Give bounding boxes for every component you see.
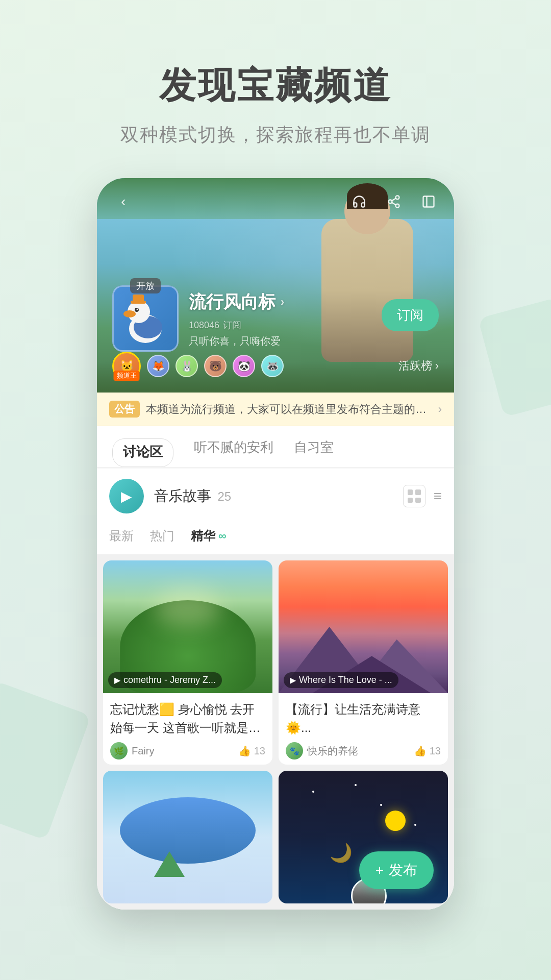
back-button[interactable]: ‹ — [112, 190, 135, 213]
tabs-bar: 讨论区 听不腻的安利 自习室 — [97, 426, 454, 468]
post-title-2: 【流行】让生活充满诗意🌞... — [286, 700, 441, 737]
channel-name-arrow: › — [281, 296, 284, 309]
post-author-2: 🐾 快乐的养佬 — [286, 742, 358, 760]
post-image-3 — [103, 771, 272, 903]
music-title: 音乐故事 — [154, 488, 211, 504]
grid-view-icon[interactable] — [403, 485, 425, 507]
announcement-bar[interactable]: 公告 本频道为流行频道，大家可以在频道里发布符合主题的内容... › — [97, 393, 454, 426]
announcement-text: 本频道为流行频道，大家可以在频道里发布符合主题的内容... — [146, 402, 432, 417]
star-3 — [414, 824, 416, 826]
grid-dot-2 — [415, 489, 421, 495]
star-2 — [380, 804, 382, 806]
active-members: 🐱 频道王 🦊 🐰 🐻 🐼 🦝 活跃榜 › — [97, 352, 454, 380]
post-title-1: 忘记忧愁🟨 身心愉悦 去开始每一天 这首歌一听就是很... — [110, 700, 265, 737]
announcement-arrow: › — [438, 403, 442, 416]
post-likes-2: 👍 13 — [414, 745, 441, 757]
filter-icon[interactable]: ≡ — [434, 488, 442, 504]
channel-info: 开放 — [112, 285, 284, 352]
bg-decoration-left — [0, 681, 91, 841]
post-author-1: 🌿 Fairy — [110, 742, 154, 760]
sub-title: 双种模式切换，探索旅程再也不单调 — [120, 122, 431, 148]
grid-dot-4 — [415, 498, 421, 503]
publish-button[interactable]: + 发布 — [359, 851, 434, 889]
channel-avatar-wrap: 开放 — [112, 285, 179, 352]
channel-name: 流行风向标 › — [189, 290, 284, 314]
anime-character — [321, 219, 413, 362]
like-icon-2: 👍 — [414, 745, 427, 757]
svg-point-2 — [396, 204, 399, 208]
announcement-tag: 公告 — [109, 401, 140, 418]
filter-hot[interactable]: 热门 — [150, 528, 174, 544]
svg-point-0 — [396, 195, 399, 199]
member-avatar-1: 🦊 — [147, 355, 169, 377]
svg-line-4 — [392, 199, 396, 201]
creator-badge: 频道王 — [114, 371, 140, 381]
char-body — [321, 219, 413, 362]
member-avatar-5: 🦝 — [261, 355, 284, 377]
post-image-2: ▶ Where Is The Love - ... — [279, 560, 448, 693]
music-count: 25 — [217, 489, 231, 503]
member-avatar-4: 🐼 — [233, 355, 255, 377]
content-area: 讨论区 听不腻的安利 自习室 ▶ 音乐故事 25 ≡ — [97, 426, 454, 910]
grid-dot-3 — [408, 498, 413, 503]
infinity-symbol: ∞ — [218, 529, 227, 543]
headphone-icon[interactable] — [349, 191, 369, 212]
svg-rect-14 — [133, 295, 144, 303]
post-card-1[interactable]: ▶ comethru - Jeremy Z... 忘记忧愁🟨 身心愉悦 去开始每… — [103, 560, 272, 765]
main-title: 发现宝藏频道 — [120, 61, 431, 110]
forest-light — [154, 587, 222, 627]
post-footer-1: 🌿 Fairy 👍 13 — [110, 742, 265, 760]
post-meta-2: 【流行】让生活充满诗意🌞... 🐾 快乐的养佬 👍 13 — [279, 693, 448, 765]
author-avatar-1: 🌿 — [110, 742, 128, 760]
author-name-2: 快乐的养佬 — [307, 744, 358, 758]
post-card-2[interactable]: ▶ Where Is The Love - ... 【流行】让生活充满诗意🌞..… — [279, 560, 448, 765]
author-avatar-2: 🐾 — [286, 742, 303, 760]
music-right: ≡ — [403, 485, 442, 507]
svg-point-10 — [123, 310, 136, 317]
music-tag-2: ▶ Where Is The Love - ... — [284, 672, 398, 688]
post-meta-1: 忘记忧愁🟨 身心愉悦 去开始每一天 这首歌一听就是很... 🌿 Fairy 👍 … — [103, 693, 272, 765]
sky-bg — [103, 771, 272, 903]
phone-mockup: ‹ — [97, 178, 454, 910]
filter-latest[interactable]: 最新 — [109, 528, 134, 544]
post-likes-1: 👍 13 — [238, 745, 265, 757]
svg-point-1 — [389, 200, 392, 204]
menu-icon[interactable] — [418, 191, 439, 212]
nav-icons — [349, 191, 439, 212]
svg-rect-5 — [423, 197, 434, 207]
publish-plus: + — [375, 862, 384, 878]
music-section: ▶ 音乐故事 25 ≡ — [97, 469, 454, 524]
filter-best[interactable]: 精华 ∞ — [191, 528, 227, 544]
channel-avatar — [112, 285, 179, 352]
like-icon-1: 👍 — [238, 745, 251, 757]
music-tag-1: ▶ comethru - Jeremy Z... — [108, 672, 222, 688]
play-circle[interactable]: ▶ — [109, 479, 144, 513]
post-card-3[interactable] — [103, 771, 272, 903]
svg-line-3 — [392, 203, 396, 205]
moon-shape — [385, 811, 406, 831]
member-avatar-3: 🐻 — [204, 355, 227, 377]
active-label: 活跃榜 › — [398, 358, 439, 374]
member-avatar-2: 🐰 — [176, 355, 198, 377]
tab-study[interactable]: 自习室 — [294, 438, 334, 467]
grid-dot-1 — [408, 489, 413, 495]
open-badge: 开放 — [130, 278, 161, 293]
triangle-shape — [154, 851, 185, 877]
post-footer-2: 🐾 快乐的养佬 👍 13 — [286, 742, 441, 760]
tab-discussion[interactable]: 讨论区 — [112, 438, 173, 467]
subscribe-button[interactable]: 订阅 — [382, 299, 439, 331]
header-section: 发现宝藏频道 双种模式切换，探索旅程再也不单调 — [120, 61, 431, 148]
filter-tabs: 最新 热门 精华 ∞ — [97, 524, 454, 554]
play-icon-1: ▶ — [114, 675, 120, 685]
star-1 — [312, 791, 314, 793]
music-title-wrap: 音乐故事 25 — [154, 486, 231, 506]
channel-desc: 只听你喜，只嗨你爱 — [189, 334, 284, 348]
author-name-1: Fairy — [132, 745, 154, 757]
post-image-1: ▶ comethru - Jeremy Z... — [103, 560, 272, 693]
creator-avatar: 🐱 频道王 — [112, 352, 141, 380]
channel-nav: ‹ — [97, 190, 454, 213]
tab-recommend[interactable]: 听不腻的安利 — [194, 438, 273, 467]
channel-subs: 108046 订阅 — [189, 317, 284, 331]
share-icon[interactable] — [384, 191, 404, 212]
star-4 — [355, 784, 357, 786]
